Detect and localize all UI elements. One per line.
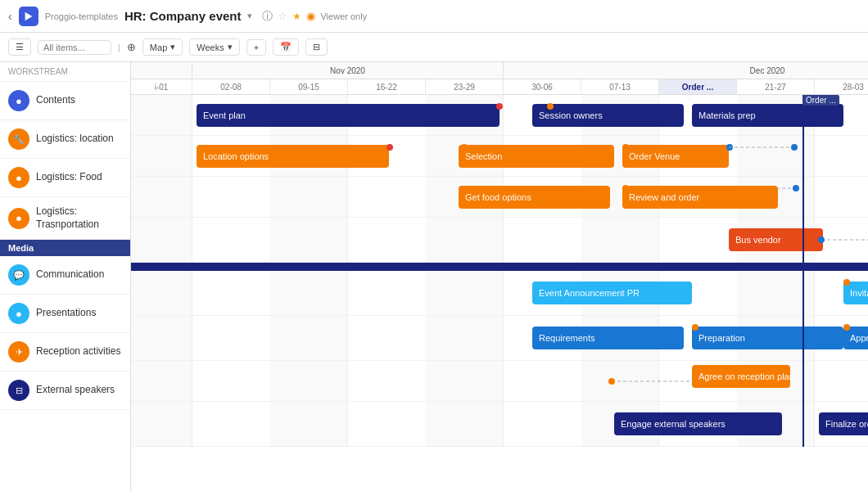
row-reception: Agree on reception plan [131, 361, 868, 402]
dot-pres-1 [692, 324, 698, 331]
dot-loc-2 [461, 144, 468, 151]
sidebar-item-contents[interactable]: ● Contents [0, 82, 130, 120]
info-icons: ⓘ ☆ ★ ◉ Viewer only [262, 9, 367, 24]
dot-comm-1 [843, 279, 850, 286]
task-selection[interactable]: Selection [459, 145, 614, 168]
contents-label: Contents [36, 94, 75, 107]
week-2803: 28-03 [815, 79, 868, 94]
months-header: Nov 2020 Dec 2020 [131, 62, 868, 79]
separator: | [118, 43, 120, 52]
logistics-transport-label: Logistics: Trasnportation [36, 205, 122, 231]
main-layout: Workstream ● Contents 🔧 Logistics: locat… [0, 62, 868, 491]
week-1622: 16-22 [348, 79, 426, 94]
dot-1 [496, 103, 503, 110]
eye-icon: ◉ [306, 10, 315, 22]
communication-label: Communication [36, 268, 104, 282]
sidebar-item-communication[interactable]: 💬 Communication [0, 256, 130, 295]
calendar-icon: 📅 [280, 42, 292, 52]
communication-icon: 💬 [8, 264, 29, 286]
presentations-icon: ● [8, 303, 29, 324]
svg-point-8 [608, 378, 615, 385]
task-get-food[interactable]: Get food options [459, 186, 610, 209]
dash-icon: ⊟ [313, 42, 320, 52]
month-dec: Dec 2020 [504, 62, 868, 79]
task-agree-reception[interactable]: Agree on reception plan [692, 365, 790, 388]
star-filled-icon: ★ [292, 11, 301, 22]
dot-loc-4 [726, 144, 733, 151]
week-0915: 09-15 [270, 79, 348, 94]
task-materials-prep[interactable]: Materials prep [692, 104, 843, 127]
viewer-only-label: Viewer only [320, 11, 367, 21]
week-2329: 23-29 [426, 79, 504, 94]
map-icon: ⊕ [127, 41, 136, 53]
media-section-divider [131, 263, 868, 271]
row-logistics-location: Location options Selection Order Venue [131, 136, 868, 177]
row-logistics-transport: Bus vendor Itineraries [131, 218, 868, 263]
dot-pres-2 [843, 324, 850, 331]
week-2127: 21-27 [737, 79, 815, 94]
task-review-order[interactable]: Review and order [622, 186, 778, 209]
map-dropdown-icon: ▾ [170, 42, 175, 52]
weeks-label: Weeks [197, 43, 224, 52]
sidebar-item-reception[interactable]: ✈ Reception activities [0, 333, 130, 372]
task-order-venue[interactable]: Order Venue [622, 145, 729, 168]
task-bus-vendor[interactable]: Bus vendor [729, 228, 823, 251]
title: HR: Company event [124, 9, 242, 23]
row-external-speakers: Engage external speakers Finalize orders… [131, 402, 868, 447]
task-event-plan[interactable]: Event plan [197, 104, 500, 127]
map-label: Map [150, 43, 167, 52]
weeks-button[interactable]: Weeks ▾ [189, 38, 239, 56]
week-3006: 30-06 [504, 79, 581, 94]
title-dropdown-icon[interactable]: ▾ [247, 11, 252, 21]
task-engage-external[interactable]: Engage external speakers [614, 412, 782, 435]
reception-icon: ✈ [8, 341, 29, 363]
calendar-button[interactable]: 📅 [273, 38, 299, 56]
reception-label: Reception activities [36, 345, 120, 358]
dot-loc-1 [387, 144, 393, 151]
sidebar-item-logistics-location[interactable]: 🔧 Logistics: location [0, 120, 130, 159]
row-contents: Event plan Session owners Materials prep [131, 95, 868, 136]
logistics-food-icon: ● [8, 167, 29, 188]
task-requirements[interactable]: Requirements [532, 327, 684, 349]
sidebar: Workstream ● Contents 🔧 Logistics: locat… [0, 62, 131, 491]
external-speakers-icon: ⊟ [8, 380, 29, 401]
dot-2 [547, 103, 554, 110]
today-line: Order ... [802, 95, 804, 447]
task-preparation[interactable]: Preparation [692, 327, 843, 349]
sidebar-header: Workstream [0, 62, 130, 82]
row-logistics-food: Get food options Review and order [131, 177, 868, 218]
row-presentations: Requirements Preparation Approval [131, 316, 868, 361]
map-button[interactable]: Map ▾ [142, 38, 183, 56]
help-icon[interactable]: ⓘ [262, 9, 273, 24]
task-session-owners[interactable]: Session owners [532, 104, 684, 127]
sidebar-item-presentations[interactable]: ● Presentations [0, 295, 130, 333]
task-location-options[interactable]: Location options [197, 145, 389, 168]
week-i01: i-01 [131, 79, 192, 94]
gantt-area[interactable]: Nov 2020 Dec 2020 i-01 02-08 09-15 16-22… [131, 62, 868, 491]
app-icon [19, 7, 38, 26]
sidebar-item-logistics-transport[interactable]: ● Logistics: Trasnportation [0, 197, 130, 240]
logistics-food-label: Logistics: Food [36, 171, 102, 184]
filter-button[interactable]: ☰ [8, 38, 31, 56]
week-0713: 07-13 [581, 79, 659, 94]
week-0208: 02-08 [192, 79, 270, 94]
today-label: Order ... [802, 95, 839, 106]
all-items-input[interactable] [38, 40, 111, 55]
toolbar: ☰ | ⊕ Map ▾ Weeks ▾ + 📅 ⊟ [0, 33, 868, 62]
add-button[interactable]: + [246, 39, 266, 56]
sidebar-item-external-speakers[interactable]: ⊟ External speakers [0, 372, 130, 410]
sidebar-item-logistics-food[interactable]: ● Logistics: Food [0, 159, 130, 197]
task-event-announcement[interactable]: Event Announcement PR [532, 282, 692, 304]
back-button[interactable]: ‹ [8, 10, 12, 23]
logistics-location-label: Logistics: location [36, 133, 114, 146]
contents-icon: ● [8, 90, 29, 111]
row-communication: Event Announcement PR Invitaitons [131, 271, 868, 316]
star-icon[interactable]: ☆ [278, 10, 287, 22]
weeks-header: i-01 02-08 09-15 16-22 23-29 30-06 07-13… [131, 79, 868, 95]
dash-button[interactable]: ⊟ [305, 38, 328, 56]
external-speakers-label: External speakers [36, 384, 115, 397]
logistics-location-icon: 🔧 [8, 128, 29, 150]
dot-loc-3 [622, 144, 629, 151]
task-finalize-orders[interactable]: Finalize orders and agreements [819, 412, 868, 435]
filter-icon: ☰ [16, 42, 24, 52]
